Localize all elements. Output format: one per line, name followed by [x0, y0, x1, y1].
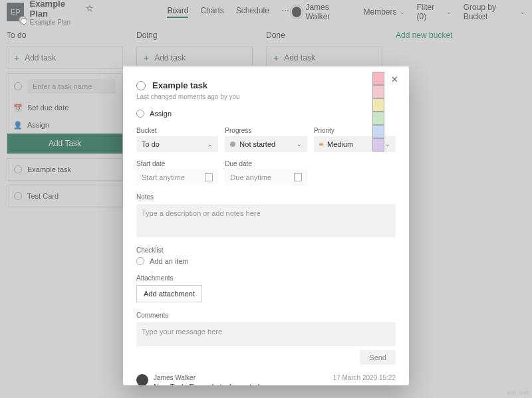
bucket-field: Bucket To do⌄ [136, 127, 218, 152]
status-dot-icon [230, 142, 235, 147]
progress-field: Progress Not started⌄ [225, 127, 307, 152]
label-chip-purple[interactable] [372, 138, 384, 151]
start-date-placeholder: Start anytime [142, 173, 185, 181]
assign-button[interactable]: Assign [136, 110, 396, 118]
checklist-section: Checklist Add an item [136, 247, 396, 265]
activity-body: James Walker New Task: Example task crea… [154, 374, 327, 385]
chevron-down-icon: ⌄ [297, 141, 302, 148]
start-date-input[interactable]: Start anytime [136, 169, 218, 185]
attachments-section: Attachments Add attachment [136, 274, 396, 302]
calendar-icon [205, 173, 213, 181]
send-row: Send [136, 350, 396, 365]
comment-input[interactable]: Type your message here [136, 322, 396, 346]
label-chip-pink[interactable] [372, 72, 384, 85]
color-label-strip [372, 72, 384, 151]
bucket-label: Bucket [136, 127, 218, 134]
calendar-icon [294, 173, 302, 181]
circle-icon [136, 257, 144, 265]
attachments-label: Attachments [136, 274, 396, 282]
activity-author: James Walker [154, 374, 327, 381]
activity-time: 17 March 2020 15:22 [332, 374, 396, 381]
task-dialog: ⋯ ✕ Example task Last changed moments ag… [123, 66, 409, 385]
bucket-value: To do [142, 140, 160, 148]
dialog-title[interactable]: Example task [152, 80, 207, 90]
dialog-title-row: Example task [136, 80, 396, 90]
person-icon [136, 110, 144, 118]
activity-entry: James Walker New Task: Example task crea… [136, 374, 396, 385]
add-attachment-button[interactable]: Add attachment [136, 285, 202, 302]
notes-textarea[interactable]: Type a description or add notes here [136, 204, 396, 237]
start-date-label: Start date [136, 160, 218, 167]
progress-select[interactable]: Not started⌄ [225, 136, 307, 152]
label-chip-green[interactable] [372, 112, 384, 125]
modal-overlay: ⋯ ✕ Example task Last changed moments ag… [0, 0, 532, 398]
last-changed-text: Last changed moments ago by you [136, 93, 396, 100]
close-icon[interactable]: ✕ [391, 74, 398, 84]
notes-label: Notes [136, 193, 396, 201]
priority-value: Medium [327, 140, 353, 148]
avatar-icon [136, 374, 148, 385]
due-date-label: Due date [225, 160, 307, 167]
label-chip-rose[interactable] [372, 85, 384, 98]
task-meta-row: Bucket To do⌄ Progress Not started⌄ Prio… [136, 127, 396, 152]
notes-section: Notes Type a description or add notes he… [136, 193, 396, 237]
due-date-field: Due date Due anytime [225, 160, 307, 185]
label-chip-blue[interactable] [372, 125, 384, 138]
progress-label: Progress [225, 127, 307, 134]
label-chip-yellow[interactable] [372, 98, 384, 112]
checklist-label: Checklist [136, 247, 396, 254]
comments-label: Comments [136, 312, 396, 319]
checklist-add-label: Add an item [150, 257, 189, 265]
start-date-field: Start date Start anytime [136, 160, 218, 185]
bucket-select[interactable]: To do⌄ [136, 136, 218, 152]
priority-bars-icon: ≡ [319, 140, 323, 148]
chevron-down-icon: ⌄ [207, 141, 213, 148]
date-row: Start date Start anytime Due date Due an… [136, 160, 396, 185]
chevron-down-icon: ⌄ [385, 141, 390, 148]
comments-section: Comments Type your message here Send [136, 312, 396, 365]
checklist-add-item[interactable]: Add an item [136, 257, 396, 265]
assign-label: Assign [150, 110, 172, 118]
due-date-placeholder: Due anytime [230, 173, 271, 181]
due-date-input[interactable]: Due anytime [225, 169, 307, 185]
watermark: wiki.onl6 [506, 389, 529, 396]
activity-text: New Task: Example task created [154, 383, 327, 385]
progress-value: Not started [239, 140, 275, 148]
complete-circle-icon[interactable] [136, 81, 146, 90]
send-button[interactable]: Send [360, 350, 396, 365]
